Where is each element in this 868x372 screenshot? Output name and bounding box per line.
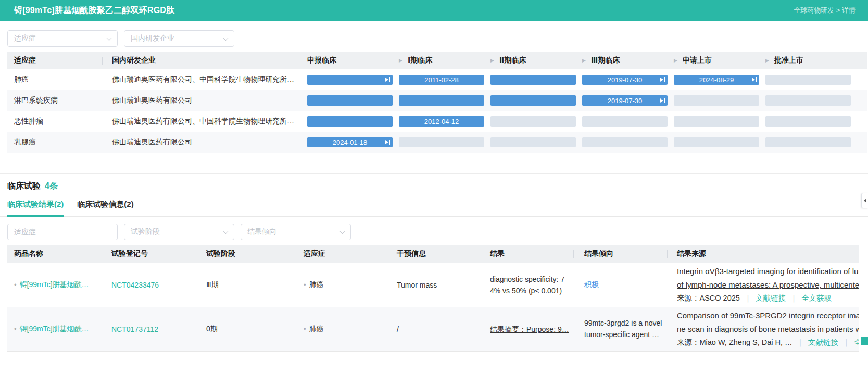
step-forward-icon bbox=[385, 140, 390, 145]
column-header-label: Ⅱ期临床 bbox=[499, 56, 526, 65]
phase-date: 2011-02-28 bbox=[424, 76, 459, 84]
source-ref-line: 来源： Miao W, Zheng S, Dai H, … ｜ 文献链接 ｜ 全… bbox=[677, 336, 859, 349]
trial-indication-input-wrap bbox=[7, 224, 118, 240]
drug-name-link[interactable]: 锝[99mTc]肼基烟酰… bbox=[20, 280, 89, 289]
trial-results-table: 药品名称 试验登记号 试验阶段 适应症 干预信息 结果 结果倾向 结果来源 •锝… bbox=[7, 245, 859, 352]
source-title-link[interactable]: of lymph-node metastases: A prospective,… bbox=[677, 278, 859, 292]
column-header-company: 国内研发企业 bbox=[103, 56, 307, 65]
registry-id-link[interactable]: NCT04233476 bbox=[111, 281, 159, 289]
bullet-icon: • bbox=[304, 281, 306, 289]
phase-bar[interactable] bbox=[307, 95, 393, 106]
column-header-tendency: 结果倾向 bbox=[574, 245, 668, 263]
phase-bar[interactable] bbox=[490, 75, 576, 85]
phase-bar[interactable]: 2011-02-28 bbox=[399, 75, 484, 85]
chevron-down-icon bbox=[340, 229, 345, 234]
column-header-phase: 试验阶段 bbox=[195, 245, 290, 263]
chevron-down-icon bbox=[223, 35, 229, 41]
dev-status-table-header: 适应症 国内研发企业 ▶ 申报临床 ▶ Ⅰ期临床 ▶ Ⅱ期临床 ▶ Ⅲ期临床 ▶… bbox=[7, 52, 867, 69]
phase-bar[interactable] bbox=[307, 75, 393, 85]
column-header-phase: ▶ Ⅲ期临床 bbox=[582, 56, 674, 65]
separator: ｜ bbox=[842, 336, 850, 349]
chevron-down-icon bbox=[223, 229, 229, 234]
column-header-intervention: 干预信息 bbox=[384, 245, 479, 263]
bullet-icon: • bbox=[14, 281, 17, 289]
phase-bar[interactable]: 2019-07-30 bbox=[582, 95, 668, 106]
column-header-indication: 适应症 bbox=[7, 56, 103, 65]
phase-bar bbox=[674, 137, 759, 147]
dev-status-filters: 适应症 国内研发企业 bbox=[0, 26, 868, 52]
column-header-source: 结果来源 bbox=[668, 245, 859, 263]
page-title: 锝[99mTc]肼基烟酰胺聚乙二醇双环RGD肽 bbox=[14, 5, 174, 16]
source-title-link[interactable]: Integrin αVβ3-targeted imaging for ident… bbox=[677, 265, 859, 278]
phase-bar[interactable]: 2024-08-29 bbox=[674, 75, 759, 85]
column-header-phase: ▶ 申报临床 bbox=[307, 56, 399, 65]
bullet-icon: • bbox=[14, 325, 17, 333]
table-row: •锝[99mTc]肼基烟酰… NCT04233476 Ⅲ期 •肺癌 Tumor … bbox=[7, 263, 859, 307]
result-tendency-select[interactable]: 结果倾向 bbox=[241, 224, 351, 240]
trial-phase-cell: Ⅲ期 bbox=[195, 280, 290, 290]
section-count-badge: 4条 bbox=[45, 181, 58, 192]
phase-bar bbox=[582, 116, 668, 127]
phase-bar bbox=[674, 116, 759, 127]
phase-bar bbox=[399, 137, 484, 147]
trial-phase-select[interactable]: 试验阶段 bbox=[124, 224, 234, 240]
tendency-cell: 99mtc-3prgd2 is a novel tumor-specific a… bbox=[584, 318, 668, 340]
phase-arrow-icon: ▶ bbox=[490, 58, 494, 63]
trial-phase-cell: 0期 bbox=[195, 325, 290, 334]
phase-date: 2012-04-12 bbox=[424, 118, 459, 126]
registry-id-link[interactable]: NCT01737112 bbox=[111, 325, 158, 333]
intervention-cell: Tumor mass bbox=[384, 281, 479, 289]
drug-name-link[interactable]: 锝[99mTc]肼基烟酰… bbox=[20, 325, 89, 333]
clinical-trials-section-header: 临床试验 4条 bbox=[0, 174, 868, 192]
source-title: Comparison of 99mTc-3PRGD2 integrin rece… bbox=[677, 309, 859, 323]
indication-cell: 淋巴系统疾病 bbox=[7, 96, 103, 105]
column-header-label: Ⅰ期临床 bbox=[408, 56, 432, 65]
fulltext-link[interactable]: 全文获取 bbox=[854, 336, 859, 349]
result-source-cell: Comparison of 99mTc-3PRGD2 integrin rece… bbox=[668, 309, 859, 349]
phase-arrow-icon: ▶ bbox=[765, 58, 769, 63]
floating-button-fragment[interactable] bbox=[861, 337, 868, 345]
separator: ｜ bbox=[790, 291, 797, 305]
company-filter-select[interactable]: 国内研发企业 bbox=[124, 30, 234, 47]
indication-cell: 肺癌 bbox=[7, 75, 103, 84]
table-row: 恶性肿瘤 佛山瑞迪奥医药有限公司、中国科学院生物物理研究所… 2012-04-1… bbox=[7, 111, 867, 132]
literature-link[interactable]: 文献链接 bbox=[756, 291, 786, 305]
separator: ｜ bbox=[797, 336, 804, 349]
column-header-label: 申报临床 bbox=[307, 56, 336, 65]
literature-link[interactable]: 文献链接 bbox=[808, 336, 838, 349]
phase-bar[interactable] bbox=[490, 95, 576, 106]
indication-cell: 乳腺癌 bbox=[7, 138, 103, 147]
tab-trial-results[interactable]: 临床试验结果(2) bbox=[7, 200, 64, 217]
company-cell: 佛山瑞迪奥医药有限公司 bbox=[103, 138, 307, 147]
phase-arrow-icon: ▶ bbox=[399, 58, 402, 63]
chevron-down-icon bbox=[107, 35, 112, 41]
phase-bar bbox=[765, 95, 851, 106]
company-cell: 佛山瑞迪奥医药有限公司、中国科学院生物物理研究所… bbox=[103, 117, 307, 126]
source-prefix: 来源： bbox=[677, 291, 700, 305]
column-header-label: Ⅲ期临床 bbox=[591, 56, 620, 65]
indication-filter-select[interactable]: 适应症 bbox=[7, 30, 118, 47]
drug-detail-page: 锝[99mTc]肼基烟酰胺聚乙二醇双环RGD肽 全球药物研发 > 详情 适应症 … bbox=[0, 0, 868, 372]
trial-indication-input[interactable] bbox=[14, 228, 111, 236]
fulltext-link[interactable]: 全文获取 bbox=[801, 291, 832, 305]
result-summary-link[interactable]: 结果摘要：Purpose: 9… bbox=[490, 324, 574, 335]
phase-bar[interactable] bbox=[307, 116, 393, 127]
phase-bar[interactable] bbox=[399, 95, 484, 106]
tendency-badge[interactable]: 积极 bbox=[584, 280, 599, 289]
tab-trial-info[interactable]: 临床试验信息(2) bbox=[77, 200, 133, 217]
indication-filter-placeholder: 适应症 bbox=[14, 34, 36, 43]
phase-bar[interactable]: 2024-01-18 bbox=[307, 137, 393, 147]
breadcrumb[interactable]: 全球药物研发 > 详情 bbox=[794, 6, 856, 15]
result-source-cell: Integrin αVβ3-targeted imaging for ident… bbox=[668, 265, 859, 305]
phase-bar[interactable]: 2012-04-12 bbox=[399, 116, 484, 127]
source-title: ne scan in diagnosis of bone metastasis … bbox=[677, 323, 859, 336]
table-row: 乳腺癌 佛山瑞迪奥医药有限公司 2024-01-18 bbox=[7, 132, 867, 153]
side-panel-collapse-button[interactable] bbox=[861, 193, 868, 208]
phase-bar[interactable]: 2019-07-30 bbox=[582, 75, 668, 85]
phase-bar bbox=[765, 116, 851, 127]
phase-bar bbox=[490, 137, 576, 147]
intervention-cell: / bbox=[384, 325, 479, 333]
phase-date: 2019-07-30 bbox=[608, 76, 643, 84]
trial-results-table-header: 药品名称 试验登记号 试验阶段 适应症 干预信息 结果 结果倾向 结果来源 bbox=[7, 245, 859, 263]
phase-bar bbox=[490, 116, 576, 127]
